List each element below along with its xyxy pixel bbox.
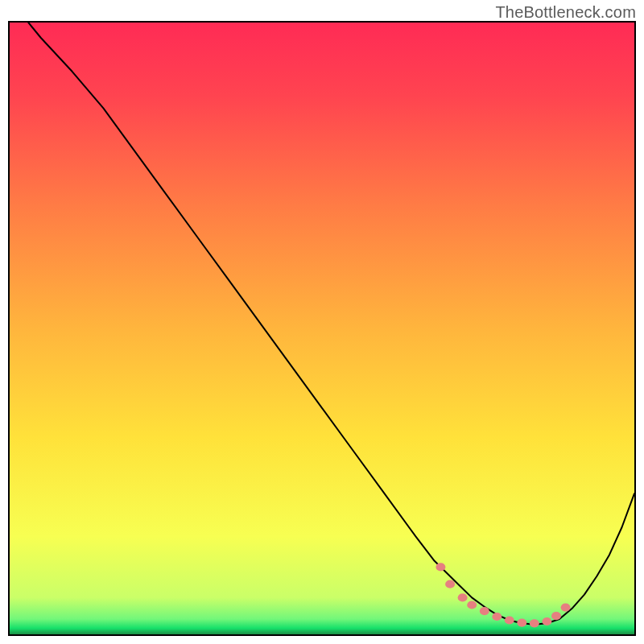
optimum-marker <box>436 563 445 571</box>
chart-frame <box>8 21 636 636</box>
optimum-marker <box>551 612 561 620</box>
optimum-marker <box>467 601 477 609</box>
optimum-marker <box>561 604 571 612</box>
watermark-text: TheBottleneck.com <box>495 3 636 22</box>
gradient-bg <box>10 23 634 634</box>
optimum-marker <box>530 619 539 627</box>
optimum-marker <box>492 613 502 621</box>
optimum-marker <box>458 593 468 601</box>
optimum-marker <box>517 619 526 627</box>
chart-svg <box>10 23 634 634</box>
optimum-marker <box>505 616 514 624</box>
optimum-marker <box>480 607 489 615</box>
optimum-marker <box>542 617 551 625</box>
optimum-marker <box>445 580 455 588</box>
chart-stage: TheBottleneck.com <box>0 0 644 644</box>
